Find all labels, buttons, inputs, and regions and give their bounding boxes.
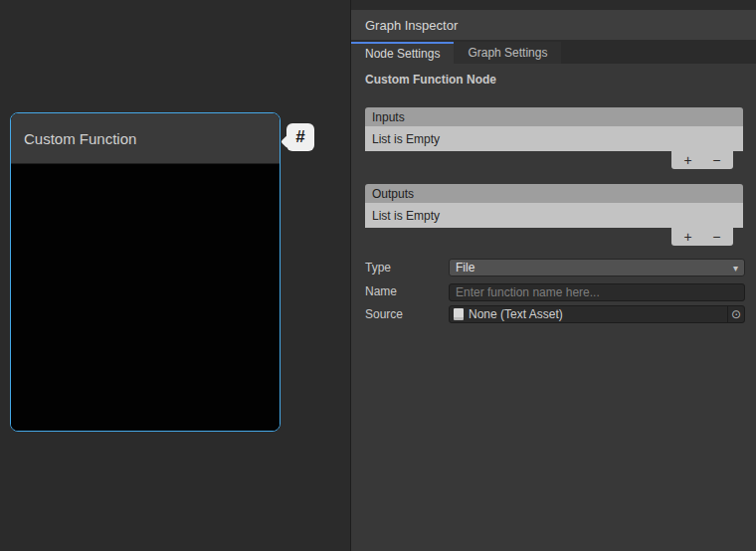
name-field-row: Name	[365, 282, 745, 300]
tab-node-settings[interactable]: Node Settings	[351, 42, 454, 64]
tab-graph-settings[interactable]: Graph Settings	[454, 42, 561, 64]
tab-graph-settings-label: Graph Settings	[468, 46, 547, 60]
inputs-list-empty-row: List is Empty	[365, 126, 743, 151]
outputs-list: Outputs List is Empty + −	[365, 184, 743, 246]
type-dropdown[interactable]: File ▾	[449, 259, 745, 276]
outputs-list-footer: + −	[365, 228, 743, 246]
tab-node-settings-label: Node Settings	[365, 47, 440, 61]
inputs-list-header: Inputs	[365, 107, 743, 126]
hash-badge-icon[interactable]: #	[286, 123, 314, 151]
node-header[interactable]: Custom Function	[11, 113, 280, 164]
window-title-bar[interactable]: Graph Inspector	[351, 10, 756, 40]
source-label: Source	[365, 307, 449, 321]
outputs-list-empty-label: List is Empty	[372, 209, 440, 223]
text-asset-icon	[454, 308, 464, 320]
type-field-row: Type File ▾	[365, 259, 745, 276]
inspector-body: Custom Function Node Inputs List is Empt…	[351, 64, 756, 551]
node-title: Custom Function	[24, 130, 136, 147]
node-body	[11, 165, 280, 431]
panel-title: Graph Inspector	[365, 18, 458, 33]
inspector-tab-bar: Node Settings Graph Settings	[351, 42, 756, 64]
outputs-list-header-label: Outputs	[372, 187, 414, 201]
inputs-add-button[interactable]: +	[676, 153, 700, 167]
outputs-remove-button[interactable]: −	[704, 230, 728, 244]
source-object-field[interactable]: None (Text Asset) ⊙	[449, 305, 745, 323]
source-field-row: Source None (Text Asset) ⊙	[365, 305, 745, 323]
inputs-list-footer: + −	[365, 151, 743, 169]
source-object-value: None (Text Asset)	[469, 307, 727, 321]
custom-function-node[interactable]: Custom Function	[10, 112, 281, 432]
name-label: Name	[365, 284, 449, 298]
outputs-list-header: Outputs	[365, 184, 743, 203]
outputs-list-footer-bar: + −	[671, 228, 733, 246]
type-label: Type	[365, 261, 449, 275]
node-settings-heading: Custom Function Node	[365, 73, 496, 87]
object-picker-button[interactable]: ⊙	[727, 306, 744, 322]
inputs-remove-button[interactable]: −	[704, 153, 728, 167]
function-name-input[interactable]	[449, 283, 745, 301]
chevron-down-icon: ▾	[733, 263, 738, 274]
inputs-list-header-label: Inputs	[372, 110, 405, 124]
inputs-list-empty-label: List is Empty	[372, 132, 440, 146]
outputs-list-empty-row: List is Empty	[365, 203, 743, 228]
inputs-list: Inputs List is Empty + −	[365, 107, 743, 169]
inputs-list-footer-bar: + −	[671, 151, 733, 169]
graph-inspector-panel: Graph Inspector Node Settings Graph Sett…	[350, 0, 756, 551]
type-dropdown-value: File	[456, 261, 474, 275]
outputs-add-button[interactable]: +	[676, 230, 700, 244]
hash-glyph: #	[295, 127, 304, 147]
